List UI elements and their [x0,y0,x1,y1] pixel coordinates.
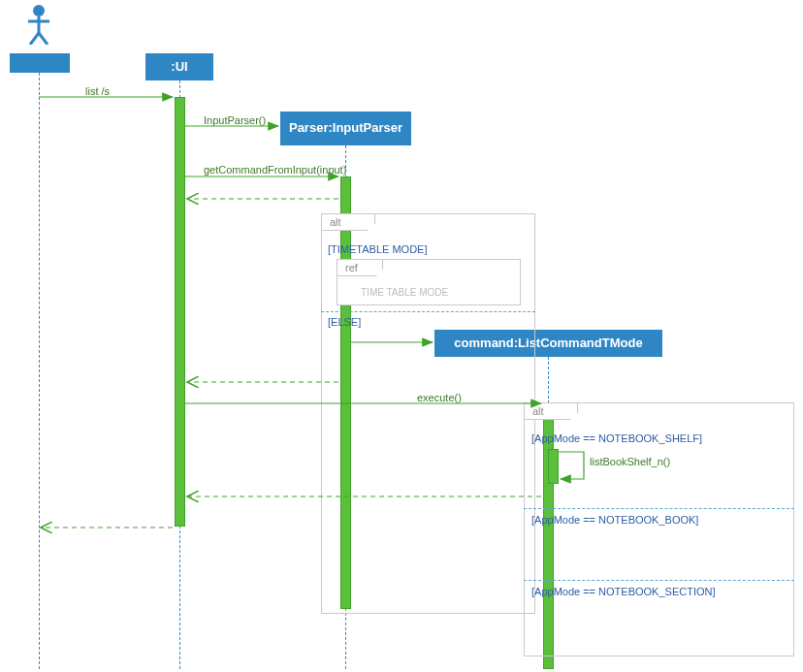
ref-tag: ref [345,262,358,273]
actor-lifeline [39,73,40,669]
msg-inputparser: InputParser() [204,114,266,126]
guard-book: [AppMode == NOTEBOOK_BOOK] [531,514,698,526]
ref-text: TIME TABLE MODE [361,287,448,298]
alt1-divider [321,311,535,312]
svg-point-0 [33,5,45,16]
ui-label: :UI [171,60,187,75]
msg-list: list /s [85,85,110,97]
actor-icon [26,4,51,45]
guard-shelf: [AppMode == NOTEBOOK_SHELF] [531,432,702,444]
ui-head: :UI [145,53,213,80]
actor-head [10,53,70,73]
svg-line-3 [30,33,39,45]
ref-tab: ref [337,259,383,276]
alt2-divider1 [524,508,794,509]
alt2-tab: alt [524,402,578,420]
msg-listbookshelf: listBookShelf_n() [590,456,670,467]
msg-getcommand: getCommandFromInput(input) [204,164,346,176]
parser-head: Parser:InputParser [280,112,411,145]
guard-else: [ELSE] [328,316,361,328]
alt1-tab: alt [321,213,375,231]
parser-label: Parser:InputParser [289,121,402,136]
alt2-tag: alt [532,405,544,417]
svg-line-4 [39,33,48,45]
msg-execute: execute() [417,392,462,403]
guard-timetable: [TIMETABLE MODE] [328,243,427,255]
alt1-tag: alt [330,216,341,228]
guard-section: [AppMode == NOTEBOOK_SECTION] [531,586,716,597]
alt2-divider2 [524,580,794,581]
ui-activation [175,97,185,527]
